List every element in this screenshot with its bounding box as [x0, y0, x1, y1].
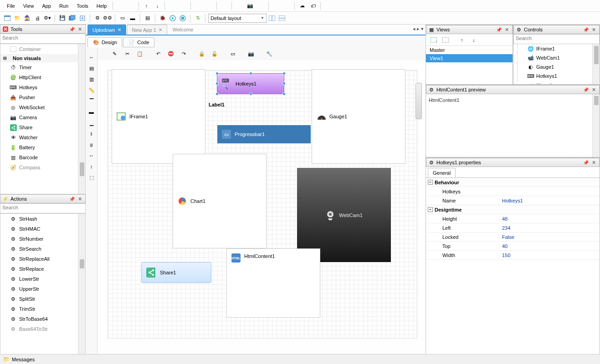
rect-icon[interactable]: ▭ — [119, 15, 126, 22]
ctrl-gauge1[interactable]: ◐Gauge1 — [513, 62, 600, 71]
grid1-icon[interactable] — [268, 15, 276, 22]
tools-search[interactable] — [0, 34, 86, 44]
view-master[interactable]: Master — [426, 46, 513, 54]
camera-icon[interactable]: 📷 — [246, 2, 254, 10]
same-h-icon[interactable]: ↕ — [88, 163, 95, 170]
cut-icon[interactable]: ✂ — [123, 50, 131, 57]
close-icon[interactable]: ✕ — [503, 27, 510, 33]
tool-share[interactable]: Share — [0, 122, 85, 132]
tab-close-icon[interactable]: ✕ — [159, 27, 162, 32]
stop-icon[interactable]: ✕ — [257, 2, 265, 10]
view-up-icon[interactable]: ↑ — [458, 36, 466, 44]
new-dialog-icon[interactable] — [127, 2, 135, 10]
tool-compass[interactable]: 🧭Compass — [0, 162, 85, 172]
tool-pusher[interactable]: 📤Pusher — [0, 92, 85, 102]
arrow-up-icon[interactable]: ↑ — [142, 2, 150, 10]
action-base64tostr[interactable]: ⚙Base64ToStr — [0, 324, 85, 334]
menu-run[interactable]: Run — [55, 1, 72, 10]
stop2-icon[interactable] — [179, 15, 186, 22]
pin-icon[interactable]: 📌 — [496, 27, 502, 32]
lock-icon[interactable]: 🔒 — [198, 50, 205, 57]
settings-dd-icon[interactable]: ⚙▾ — [44, 15, 51, 22]
action-strsearch[interactable]: ⚙StrSearch — [0, 244, 85, 254]
action-strtobase64[interactable]: ⚙StrToBase64 — [0, 314, 85, 324]
align-tool-icon[interactable]: ↔ — [88, 54, 95, 61]
redo-icon[interactable]: ↷ — [180, 50, 187, 57]
pin-icon[interactable]: 📌 — [583, 87, 589, 92]
unlock-icon[interactable]: 🔓 — [211, 50, 218, 57]
dist-h-icon[interactable]: ⫴ — [88, 130, 95, 137]
align-left-icon[interactable]: ▤ — [88, 65, 95, 72]
saveall-icon[interactable] — [69, 15, 76, 22]
actions-search[interactable] — [0, 203, 86, 213]
tool-httpclient[interactable]: 202HttpClient — [0, 72, 85, 82]
tool-websocket[interactable]: ◎WebSocket — [0, 102, 85, 112]
action-strhash[interactable]: ⚙StrHash — [0, 214, 85, 224]
view-view1[interactable]: View1 — [426, 54, 513, 62]
tool-camera[interactable]: 📷Camera — [0, 112, 85, 122]
wizard2-icon[interactable]: 🧙 — [24, 15, 31, 22]
ctrl-iframe1[interactable]: 🌐IFrame1 — [513, 44, 600, 53]
widget-webcam1[interactable]: WebCam1 — [297, 168, 391, 262]
cloud-icon[interactable]: ☁ — [298, 2, 306, 10]
controls-search-input[interactable] — [516, 35, 597, 41]
pin-icon[interactable]: 📌 — [69, 197, 75, 202]
globe-down-icon[interactable] — [283, 2, 291, 10]
same-w-icon[interactable]: ↔ — [88, 152, 95, 159]
widget-progressbar1[interactable]: ▭ Progressbar1 — [217, 125, 311, 143]
size-icon[interactable]: ▭ — [229, 50, 236, 57]
action-lowerstr[interactable]: ⚙LowerStr — [0, 274, 85, 284]
action-strhmac[interactable]: ⚙StrHMAC — [0, 224, 85, 234]
bug-icon[interactable]: 🐞 — [159, 15, 166, 22]
pin-icon[interactable]: 📌 — [583, 160, 589, 165]
prop-height[interactable]: Height48 — [426, 214, 600, 223]
wizard-icon[interactable] — [220, 2, 228, 10]
help-icon[interactable]: ? — [235, 2, 243, 10]
tab-newapp1[interactable]: New App 1✕ — [127, 25, 167, 35]
menu-app[interactable]: App — [38, 1, 55, 10]
ctrl-webcam1[interactable]: 📹WebCam1 — [513, 53, 600, 62]
paste-fx-icon[interactable]: fx — [179, 2, 187, 10]
panel-icon[interactable]: ▤ — [144, 15, 151, 22]
subtab-code[interactable]: 📄Code — [123, 37, 154, 47]
prop-top[interactable]: Top40 — [426, 242, 600, 251]
action-strreplace[interactable]: ⚙StrReplace — [0, 264, 85, 274]
widget-htmlcontent1[interactable]: HTML HtmlContent1 — [226, 248, 320, 318]
pin-icon[interactable]: 📌 — [69, 27, 75, 32]
print-icon[interactable]: 🖨 — [34, 15, 41, 22]
actions-search-input[interactable] — [2, 205, 83, 210]
close-icon[interactable]: ✕ — [590, 160, 597, 166]
new-window-icon[interactable] — [116, 2, 124, 10]
messages-icon[interactable]: 📁 — [3, 356, 10, 363]
prop-name[interactable]: NameHotkeys1 — [426, 196, 600, 205]
db-icon[interactable] — [194, 2, 202, 10]
gear-icon[interactable]: ⚙ — [94, 15, 101, 22]
add-view-icon[interactable]: + — [430, 36, 437, 44]
window-icon[interactable] — [4, 15, 11, 22]
canvas-vscroll-nub[interactable] — [415, 83, 422, 119]
prop-hotkeys[interactable]: Hotkeys — [426, 187, 600, 196]
align-mid-icon[interactable]: ▬ — [88, 108, 95, 116]
globe-refresh-icon[interactable] — [272, 2, 280, 10]
export-icon[interactable] — [79, 15, 86, 22]
tool-watcher[interactable]: 👁Watcher — [0, 132, 85, 142]
ctrl-hotkeys1[interactable]: ⌨Hotkeys1 — [513, 71, 600, 81]
widget-iframe1[interactable]: IFrame1 — [112, 69, 205, 164]
action-trimstr[interactable]: ⚙TrimStr — [0, 304, 85, 314]
align-right-icon[interactable]: ▥ — [88, 76, 95, 83]
snapshot-icon[interactable]: 📷 — [247, 50, 255, 57]
db2-icon[interactable] — [205, 2, 213, 10]
widget-label1[interactable]: Label1 — [209, 102, 225, 107]
widget-hotkeys1-selected[interactable]: ⌨🔍 Hotkeys1 — [217, 73, 284, 94]
tab-nav[interactable]: ◂ ▸ ▾ — [413, 26, 424, 32]
delete-icon[interactable] — [167, 50, 174, 57]
align-ruler-icon[interactable]: 📏 — [88, 86, 95, 94]
props-group-behaviour[interactable]: −Behaviour — [426, 178, 600, 187]
grid2-icon[interactable] — [278, 15, 286, 22]
preview-vscroll[interactable] — [592, 94, 600, 157]
edit-icon[interactable]: ✎ — [111, 50, 118, 57]
tools-group-nonvisuals[interactable]: ⊟ Non visuals — [0, 54, 85, 62]
dist-v-icon[interactable]: ⫼ — [88, 141, 95, 148]
prop-width[interactable]: Width150 — [426, 251, 600, 260]
info-icon[interactable]: i — [324, 2, 332, 10]
